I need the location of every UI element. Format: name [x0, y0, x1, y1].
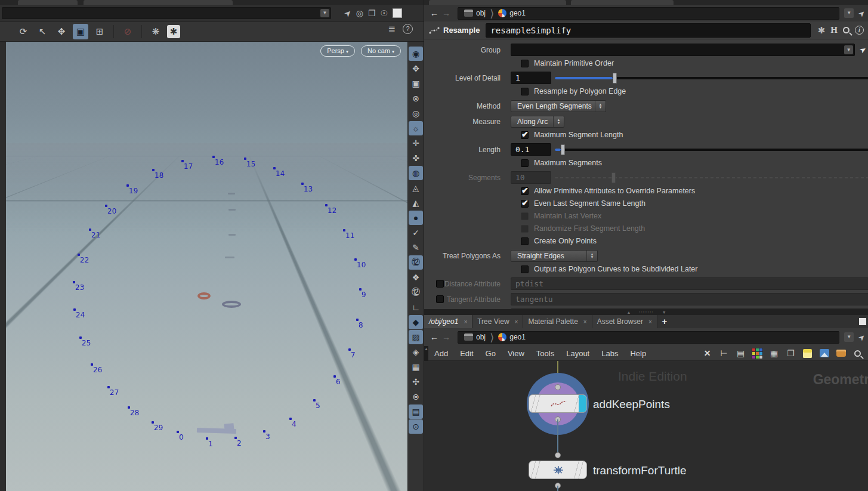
new-tab-button[interactable]: +	[657, 315, 672, 328]
help-icon[interactable]: ?	[403, 24, 413, 34]
close-icon[interactable]: ×	[648, 319, 652, 325]
resample-by-polygon-edge-checkbox[interactable]: ✔	[521, 88, 529, 95]
shaded-mode-icon[interactable]: ◆	[409, 315, 423, 329]
prim-markers-icon[interactable]: ❖	[409, 270, 423, 285]
background-image-icon[interactable]	[819, 348, 829, 359]
menu-layout[interactable]: Layout	[560, 349, 595, 358]
menu-add[interactable]: Add	[428, 349, 454, 358]
spinner-icon[interactable]: ▲▼	[553, 116, 564, 127]
menu-labs[interactable]: Labs	[595, 349, 624, 358]
circle-options-icon[interactable]: ⊜	[409, 390, 423, 404]
move-tool-icon[interactable]: ✥	[54, 24, 69, 39]
treat-polygons-as-dropdown[interactable]: Straight Edges ▲▼	[511, 250, 598, 262]
menu-tools[interactable]: Tools	[530, 349, 560, 358]
node-input-connector[interactable]	[555, 452, 561, 458]
node-transformforturtle[interactable]	[529, 461, 587, 479]
scene-selection-combo[interactable]: ▼	[2, 7, 331, 19]
pane-tab[interactable]	[571, 0, 674, 5]
close-icon[interactable]: ×	[583, 319, 587, 325]
maintain-primitive-order-checkbox[interactable]: ✔	[521, 60, 529, 67]
group-field[interactable]: ▼	[511, 44, 855, 56]
display-flag[interactable]	[579, 395, 586, 412]
path-dropdown-icon[interactable]: ▼	[844, 332, 854, 342]
snap-icon[interactable]: ❋	[148, 24, 163, 39]
tab-asset-browser[interactable]: Asset Browser×	[592, 315, 657, 328]
material-sphere-icon[interactable]: ◍	[409, 166, 423, 180]
node-input-connector[interactable]	[555, 384, 561, 390]
maximum-segment-length-checkbox[interactable]: ✔	[521, 131, 529, 139]
menu-edit[interactable]: Edit	[454, 349, 479, 358]
node-wire[interactable]	[557, 419, 558, 456]
even-last-segment-checkbox[interactable]: ✔	[521, 200, 529, 208]
node-label[interactable]: addKeepPoints	[593, 398, 670, 411]
lock-icon[interactable]: ▣	[409, 76, 423, 91]
vertex-markers-icon[interactable]: ✓	[409, 226, 423, 240]
gear-icon[interactable]: ✱	[167, 25, 180, 38]
pin-icon[interactable]: ➤	[856, 8, 867, 18]
forward-arrow-icon[interactable]: →	[442, 8, 450, 18]
point-markers-icon[interactable]: ●	[409, 211, 423, 225]
fan-icon[interactable]: ✣	[409, 375, 423, 389]
tab-tree-view[interactable]: Tree View×	[472, 315, 523, 328]
geometry-cube-icon[interactable]: ❐	[368, 8, 376, 18]
display-options-icon[interactable]: ≣	[388, 24, 396, 35]
network-window-icon[interactable]: ❐	[786, 348, 796, 359]
view-object-eye-icon[interactable]: ◭	[409, 196, 423, 210]
select-tool-icon[interactable]: ↖	[35, 24, 50, 39]
distance-attribute-checkbox[interactable]: ✔	[436, 280, 444, 288]
select-geometry-icon[interactable]: ✥	[409, 61, 423, 76]
view-pin-icon[interactable]: ⊙	[409, 419, 423, 434]
texture-checker-icon[interactable]: ▨	[409, 330, 423, 344]
pane-tab[interactable]	[18, 0, 78, 5]
info-icon[interactable]: i	[855, 26, 864, 35]
find-icon[interactable]	[852, 348, 863, 359]
node-addkeeppoints[interactable]	[529, 394, 587, 413]
tree-view-icon[interactable]: ⊢	[719, 348, 729, 359]
select-objects-icon[interactable]: ▣	[73, 24, 88, 39]
menu-view[interactable]: View	[502, 349, 530, 358]
output-as-polygon-curves-checkbox[interactable]: ✔	[521, 265, 529, 273]
menu-help[interactable]: Help	[624, 349, 652, 358]
spinner-icon[interactable]: ▲▼	[586, 251, 597, 261]
tab--obj-geo1[interactable]: /obj/geo1×	[424, 315, 472, 328]
viewport-3d[interactable]: 0123456789101112131415161718192021222324…	[6, 42, 407, 491]
search-icon[interactable]	[843, 27, 850, 33]
breadcrumb-geo1[interactable]: geo1	[495, 9, 529, 17]
splitter-grip[interactable]: ∷∷∷∷	[639, 310, 653, 315]
ghost-objects-icon[interactable]: ◎	[409, 106, 423, 121]
node-wire[interactable]	[557, 486, 558, 491]
path-dropdown-icon[interactable]: ▼	[844, 8, 854, 18]
isolate-view-eye-icon[interactable]: ◬	[409, 181, 423, 195]
color-swatch-icon[interactable]	[393, 8, 402, 18]
sticky-note-icon[interactable]	[802, 348, 813, 359]
close-icon[interactable]: ×	[464, 319, 467, 325]
tangent-attribute-checkbox[interactable]: ✔	[436, 295, 444, 303]
node-label[interactable]: transformForTurtle	[593, 464, 687, 477]
menu-go[interactable]: Go	[480, 349, 502, 358]
add-light-icon[interactable]: ✛	[409, 136, 423, 150]
color-palette-icon[interactable]	[752, 348, 762, 359]
tools-icon[interactable]: ✕	[702, 348, 712, 359]
add-light-rig-icon[interactable]: ✜	[409, 151, 423, 165]
grid-display-icon[interactable]: ▦	[409, 360, 423, 374]
pose-tool-disabled-icon[interactable]: ⊘	[120, 24, 135, 39]
pane-splitter[interactable]: ▲ ∷∷∷∷ ▼	[424, 309, 868, 315]
method-dropdown[interactable]: Even Length Segments ▲▼	[511, 100, 606, 112]
show-objects-eye-icon[interactable]: ◉	[409, 47, 423, 61]
breadcrumb[interactable]: obj ❭ geo1	[458, 7, 839, 20]
asset-box-icon[interactable]	[836, 348, 846, 359]
measure-dropdown[interactable]: Along Arc ▲▼	[511, 116, 564, 128]
display-diamond-icon[interactable]: ◈	[409, 345, 423, 359]
create-only-points-checkbox[interactable]: ✔	[521, 237, 529, 245]
zoom-region-icon[interactable]: ⊞	[92, 24, 107, 39]
point-normals-icon[interactable]: ✎	[409, 240, 423, 255]
chevron-down-icon[interactable]: ▼	[320, 9, 329, 17]
breadcrumb-obj[interactable]: obj	[461, 333, 489, 341]
node-name-field[interactable]: resampleSimplify	[486, 23, 810, 38]
splitter-up-icon[interactable]: ▲	[626, 310, 631, 314]
pin-icon[interactable]: ➤	[856, 332, 867, 342]
level-of-detail-slider[interactable]	[555, 73, 868, 84]
network-editor[interactable]: Indie Edition Geometry addKeepPoints	[424, 361, 868, 491]
pin-icon[interactable]: ➤	[342, 7, 354, 19]
no-cam-button[interactable]: No cam ▾	[361, 45, 401, 57]
